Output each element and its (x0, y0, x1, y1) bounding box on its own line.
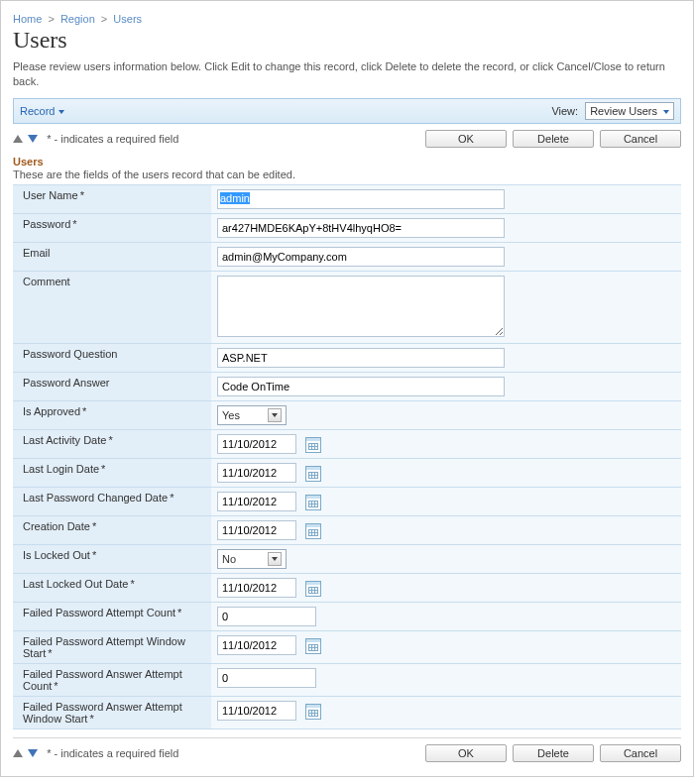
email-input[interactable] (217, 247, 505, 267)
breadcrumb-users[interactable]: Users (113, 13, 142, 25)
ok-button[interactable]: OK (425, 744, 507, 762)
arrow-up-icon[interactable] (13, 749, 23, 757)
fail-ans-win-input[interactable] (217, 701, 296, 721)
password-input[interactable] (217, 218, 505, 238)
is-locked-select[interactable]: No (217, 549, 287, 569)
top-action-row: * - indicates a required field OK Delete… (13, 124, 681, 154)
selected-value: admin (220, 192, 250, 204)
section-desc: These are the fields of the users record… (13, 168, 681, 184)
fail-pw-win-input[interactable] (217, 635, 296, 655)
field-label-username: User Name (23, 189, 84, 201)
delete-button[interactable]: Delete (513, 130, 594, 148)
arrow-down-icon[interactable] (28, 749, 38, 757)
chevron-down-icon (58, 105, 64, 117)
last-pw-changed-input[interactable] (217, 492, 296, 511)
breadcrumb: Home > Region > Users (13, 9, 681, 27)
calendar-icon[interactable] (305, 638, 321, 654)
required-hint: * - indicates a required field (47, 747, 178, 759)
calendar-icon[interactable] (305, 437, 321, 453)
breadcrumb-region[interactable]: Region (60, 13, 95, 25)
section-title: Users (13, 154, 681, 168)
fail-ans-count-input[interactable] (217, 668, 316, 688)
breadcrumb-home[interactable]: Home (13, 13, 42, 25)
bottom-action-row: * - indicates a required field OK Delete… (13, 738, 681, 768)
fail-pw-count-input[interactable] (217, 607, 316, 626)
cancel-button[interactable]: Cancel (600, 130, 681, 148)
password-answer-input[interactable] (217, 377, 505, 396)
intro-text: Please review users information below. C… (13, 59, 681, 98)
username-input[interactable]: admin (217, 189, 505, 209)
arrow-up-icon[interactable] (13, 135, 23, 143)
field-label-is-locked: Is Locked Out (23, 549, 96, 561)
field-label-last-pw-changed: Last Password Changed Date (23, 492, 174, 504)
ok-button[interactable]: OK (425, 130, 507, 148)
calendar-icon[interactable] (305, 466, 321, 482)
last-login-input[interactable] (217, 463, 296, 483)
field-label-email: Email (23, 247, 51, 259)
chevron-down-icon (663, 105, 669, 117)
is-approved-select[interactable]: Yes (217, 405, 287, 425)
cancel-button[interactable]: Cancel (600, 744, 681, 762)
creation-input[interactable] (217, 520, 296, 540)
field-label-fail-ans-win: Failed Password Answer Attempt Window St… (23, 701, 182, 725)
delete-button[interactable]: Delete (513, 744, 594, 762)
view-select[interactable]: Review Users (585, 102, 674, 120)
chevron-down-icon (268, 408, 282, 422)
field-label-password-answer: Password Answer (23, 377, 109, 389)
calendar-icon[interactable] (305, 704, 321, 720)
field-label-password-question: Password Question (23, 348, 117, 360)
field-label-fail-pw-count: Failed Password Attempt Count (23, 607, 181, 618)
page-title: Users (13, 27, 681, 59)
comment-input[interactable] (217, 276, 505, 337)
view-label: View: (551, 105, 578, 117)
field-label-is-approved: Is Approved (23, 405, 86, 417)
calendar-icon[interactable] (305, 495, 321, 510)
calendar-icon[interactable] (305, 581, 321, 597)
arrow-down-icon[interactable] (28, 135, 38, 143)
chevron-down-icon (268, 552, 282, 566)
field-label-fail-pw-win: Failed Password Attempt Window Start (23, 635, 185, 659)
field-label-last-activity: Last Activity Date (23, 434, 113, 446)
field-label-comment: Comment (23, 276, 70, 287)
field-label-last-locked: Last Locked Out Date (23, 578, 135, 590)
form-table: User Name admin Password Email Comment P… (13, 184, 681, 729)
last-activity-input[interactable] (217, 434, 296, 454)
toolbar: Record View: Review Users (13, 98, 681, 124)
field-label-password: Password (23, 218, 77, 230)
field-label-creation: Creation Date (23, 520, 96, 532)
required-hint: * - indicates a required field (47, 133, 178, 145)
calendar-icon[interactable] (305, 523, 321, 539)
record-menu[interactable]: Record (20, 105, 64, 117)
field-label-last-login: Last Login Date (23, 463, 105, 475)
field-label-fail-ans-count: Failed Password Answer Attempt Count (23, 668, 182, 692)
last-locked-input[interactable] (217, 578, 296, 598)
password-question-input[interactable] (217, 348, 505, 368)
